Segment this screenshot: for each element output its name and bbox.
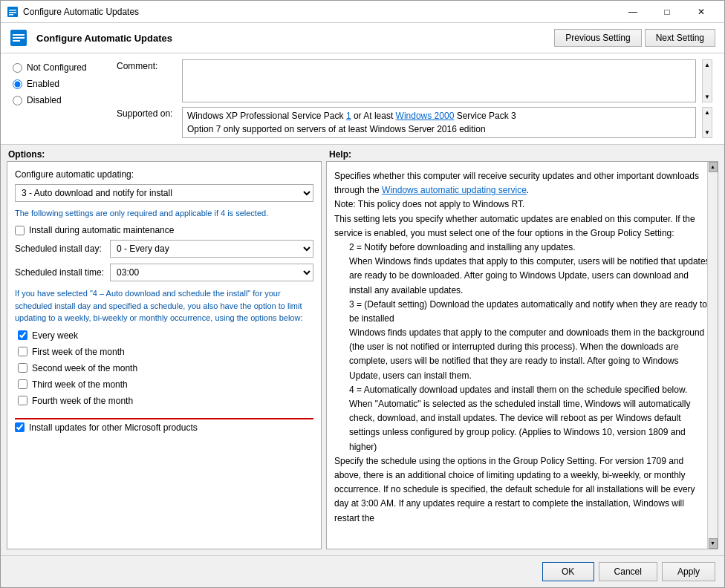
cancel-button[interactable]: Cancel [599,562,657,581]
schedule-time-label: Scheduled install time: [15,267,104,278]
disabled-input[interactable] [13,96,22,105]
first-week-checkbox[interactable] [18,347,27,356]
help-para-6: 3 = (Default setting) Download the updat… [349,298,710,326]
auto-update-dropdown[interactable]: 2 - Notify for download and notify for i… [15,184,313,202]
minimize-button[interactable]: — [616,1,650,23]
apply-button[interactable]: Apply [662,562,715,581]
schedule-day-dropdown[interactable]: 0 - Every day 1 - Sunday 2 - Monday 3 - … [110,240,313,258]
third-week-checkbox[interactable] [18,379,27,389]
help-para-8: 4 = Automatically download updates and i… [349,383,710,397]
disabled-radio[interactable]: Disabled [13,95,117,105]
week-checkboxes: Every week First week of the month Secon… [18,330,313,406]
window-title: Configure Automatic Updates [23,7,616,17]
not-configured-input[interactable] [13,63,22,73]
install-other-checkbox[interactable] [15,422,25,432]
blue-text: If you have selected "4 – Auto download … [15,287,313,324]
close-button[interactable]: ✕ [684,1,718,23]
install-maintenance-label: Install during automatic maintenance [29,225,174,235]
comment-label: Comment: [117,59,176,71]
help-para-10: Specify the schedule using the options i… [334,454,710,526]
window-controls: — □ ✕ [616,1,718,23]
install-maintenance-checkbox[interactable] [15,226,25,235]
help-panel: Specifies whether this computer will rec… [326,161,718,549]
info-text: The following settings are only required… [15,208,313,219]
help-para-4: 2 = Notify before downloading and instal… [349,241,710,255]
svg-rect-2 [9,12,16,13]
maximize-button[interactable]: □ [650,1,684,23]
install-other-row: Install updates for other Microsoft prod… [15,418,313,433]
schedule-day-label: Scheduled install day: [15,244,104,254]
svg-rect-6 [13,37,25,39]
next-setting-button[interactable]: Next Setting [645,29,715,47]
bottom-bar: OK Cancel Apply [1,555,724,587]
header-title: Configure Automatic Updates [36,33,545,44]
svg-rect-3 [9,14,13,16]
options-header: Options: [7,149,326,160]
supported-content: Windows XP Professional Service Pack 1 o… [182,107,696,138]
second-week-label: Second week of the month [32,363,137,373]
window-icon [7,6,19,18]
help-para-2: Note: This policy does not apply to Wind… [334,197,710,212]
schedule-time-dropdown[interactable]: 00:00 01:00 02:00 03:00 04:00 05:00 [110,264,313,281]
not-configured-radio[interactable]: Not Configured [13,62,117,73]
install-maintenance-row: Install during automatic maintenance [15,225,313,235]
fourth-week-label: Fourth week of the month [32,396,133,406]
second-week-checkbox[interactable] [18,363,27,373]
nav-buttons: Previous Setting Next Setting [554,29,715,47]
ok-button[interactable]: OK [542,562,594,581]
supported-label: Supported on: [117,107,176,119]
every-week-checkbox[interactable] [18,330,27,340]
header-icon [10,29,27,47]
svg-rect-5 [13,34,25,36]
help-para-7: Windows finds updates that apply to the … [349,326,710,383]
help-para-9: When "Automatic" is selected as the sche… [349,397,710,454]
auto-update-dropdown-row: 2 - Notify for download and notify for i… [15,184,313,202]
every-week-label: Every week [32,330,78,341]
svg-rect-7 [13,40,20,42]
previous-setting-button[interactable]: Previous Setting [554,29,641,47]
help-para-5: When Windows finds updates that apply to… [349,255,710,298]
help-header: Help: [326,149,718,160]
third-week-label: Third week of the month [32,379,128,390]
options-panel: Configure automatic updating: 2 - Notify… [7,161,322,549]
comment-textarea[interactable] [182,59,696,102]
configure-label: Configure automatic updating: [15,169,313,180]
help-para-3: This setting lets you specify whether au… [334,212,710,241]
fourth-week-checkbox[interactable] [18,396,27,405]
enabled-radio[interactable]: Enabled [13,79,117,89]
enabled-input[interactable] [13,79,22,89]
install-other-label: Install updates for other Microsoft prod… [29,422,198,433]
first-week-label: First week of the month [32,347,125,357]
svg-rect-1 [9,10,16,11]
help-para-1: Specifies whether this computer will rec… [334,169,710,197]
